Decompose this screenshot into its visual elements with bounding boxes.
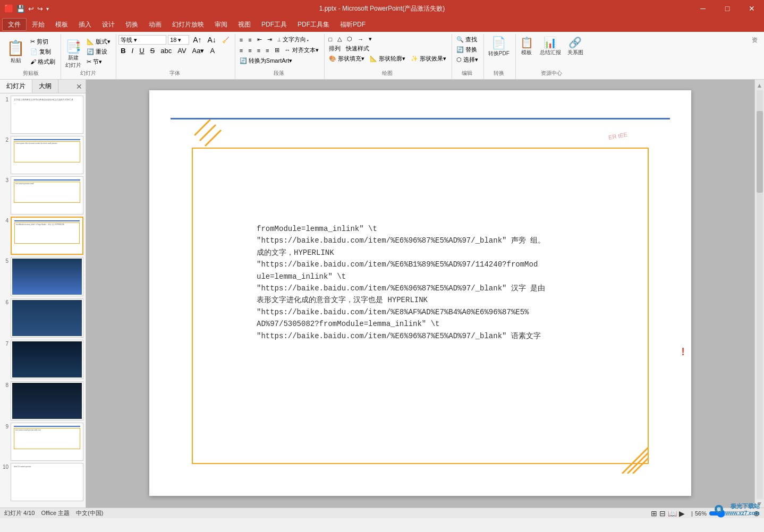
menu-design[interactable]: 设计 [97, 18, 120, 31]
copy-button[interactable]: 📄 复制 [28, 47, 57, 56]
quick-styles-button[interactable]: 快速样式 [344, 44, 371, 53]
char-spacing-button[interactable]: AV [175, 46, 188, 55]
menu-slideshow[interactable]: 幻灯片放映 [167, 18, 209, 31]
menu-transitions[interactable]: 切换 [120, 18, 143, 31]
sort-button[interactable]: 排列 [327, 44, 343, 53]
shape-triangle[interactable]: △ [335, 35, 344, 43]
align-center-button[interactable]: ≡ [246, 47, 253, 54]
minimize-button[interactable]: ─ [691, 0, 715, 17]
shape-arrow[interactable]: → [355, 35, 366, 43]
scroll-thumb[interactable] [757, 111, 763, 193]
strikethrough-button[interactable]: S [148, 46, 157, 55]
new-slide-button[interactable]: 📑 新建 幻灯片 [63, 38, 83, 66]
shape-rect[interactable]: □ [327, 35, 335, 43]
align-right-button[interactable]: ≡ [255, 47, 262, 54]
quick-redo[interactable]: ↪ [37, 5, 43, 13]
replace-button[interactable]: 🔄 替换 [454, 45, 479, 54]
slide-thumb-10[interactable]: 10 slide 10 content preview [2, 463, 83, 501]
decrease-indent-button[interactable]: ⇤ [255, 36, 264, 44]
change-case-button[interactable]: Aa▾ [190, 46, 207, 55]
menu-home[interactable]: 开始 [27, 18, 50, 31]
slide-thumb-8[interactable]: 8 [2, 381, 83, 421]
convert-smartart-button[interactable]: 🔄 转换为SmartArt▾ [237, 56, 294, 65]
decrease-font-button[interactable]: A↓ [205, 35, 218, 45]
select-button[interactable]: ⬡ 选择▾ [454, 55, 480, 64]
bullets-button[interactable]: ≡ [237, 36, 245, 44]
scroll-track[interactable] [757, 90, 763, 499]
section-button[interactable]: ✂ 节▾ [84, 57, 113, 66]
menu-foxpdf[interactable]: 福昕PDF [335, 18, 371, 31]
menu-file[interactable]: 文件 [2, 18, 27, 31]
slide-thumb-7[interactable]: 7 [2, 340, 83, 379]
shape-outline-button[interactable]: 📐 形状轮廓▾ [368, 54, 408, 63]
view-reading-icon[interactable]: 📖 [668, 509, 677, 518]
slide-alert-mark: ! [681, 346, 685, 358]
shapes-more[interactable]: ▾ [367, 35, 374, 43]
slide-text-content: fromModule=lemma_inlink" \t "https://bai… [257, 223, 584, 342]
slide-thumb-4[interactable]: 4 fromModule=lemma_inlink" \t "https://b… [2, 217, 83, 255]
slide-canvas[interactable]: fromModule=lemma_inlink" \t "https://bai… [149, 90, 691, 496]
numbering-button[interactable]: ≡ [246, 36, 253, 44]
menu-animations[interactable]: 动画 [143, 18, 167, 31]
shape-hexagon[interactable]: ⬡ [345, 35, 354, 43]
tab-slides[interactable]: 幻灯片 [0, 80, 32, 93]
font-name-select[interactable]: 等线 ▾ [118, 35, 166, 45]
tab-outline[interactable]: 大纲 [32, 80, 58, 93]
slide-thumb-5[interactable]: 5 [2, 257, 83, 296]
quick-dropdown[interactable]: ▾ [46, 6, 49, 12]
cut-button[interactable]: ✂ 剪切 [28, 37, 57, 46]
resource-right-label: 资 [748, 34, 762, 79]
scroll-up-arrow[interactable]: ▲ [757, 82, 763, 89]
quick-undo[interactable]: ↩ [28, 5, 34, 13]
format-painter-button[interactable]: 🖌 格式刷 [28, 57, 57, 66]
convert-pdf-button[interactable]: 📄 转换PDF [486, 35, 512, 63]
view-slideshow-icon[interactable]: ▶ [679, 509, 685, 518]
slide-panel-close[interactable]: ✕ [73, 80, 86, 93]
bold-button[interactable]: B [118, 46, 128, 55]
menu-view[interactable]: 视图 [233, 18, 256, 31]
align-text-button[interactable]: ↔ 对齐文本▾ [283, 46, 321, 55]
columns-button[interactable]: ⊞ [273, 46, 282, 54]
summary-report-button[interactable]: 📊 总结汇报 [538, 35, 563, 57]
font-size-select[interactable]: 18 ▾ [168, 35, 189, 45]
menu-insert[interactable]: 插入 [73, 18, 97, 31]
menu-template[interactable]: 模板 [50, 18, 73, 31]
paste-button[interactable]: 📋 粘贴 [4, 38, 27, 66]
close-button[interactable]: ✕ [740, 0, 764, 17]
underline-button[interactable]: U [137, 46, 146, 55]
relation-chart-button[interactable]: 🔗 关系图 [565, 35, 585, 57]
increase-font-button[interactable]: A↑ [191, 35, 203, 45]
slide-canvas-area: fromModule=lemma_inlink" \t "https://bai… [86, 80, 754, 508]
slide-orange-box[interactable]: fromModule=lemma_inlink" \t "https://bai… [192, 148, 649, 464]
justify-button[interactable]: ≡ [264, 47, 271, 54]
shape-effect-button[interactable]: ✨ 形状效果▾ [409, 54, 448, 63]
template-button[interactable]: 📋 模板 [518, 35, 536, 57]
clear-format-button[interactable]: 🧹 [220, 36, 232, 44]
reset-button[interactable]: 🔄 重设 [84, 47, 113, 56]
slide-thumb-9[interactable]: 9 text content small preview slide nine [2, 423, 83, 461]
align-left-button[interactable]: ≡ [237, 47, 245, 54]
shape-fill-button[interactable]: 🎨 形状填充▾ [327, 54, 367, 63]
layout-button[interactable]: 📐 版式▾ [84, 37, 113, 46]
view-normal-icon[interactable]: ⊞ [651, 509, 657, 518]
maximize-button[interactable]: □ [715, 0, 740, 17]
paragraph-label: 段落 [237, 68, 321, 78]
menu-pdftool[interactable]: PDF工具 [256, 18, 292, 31]
clipboard-label: 剪贴板 [4, 68, 57, 78]
slide-thumb-6[interactable]: 6 [2, 298, 83, 338]
view-slide-sorter-icon[interactable]: ⊟ [659, 509, 666, 518]
right-scrollbar[interactable]: ▲ ▼ [754, 80, 764, 508]
slide-thumb-3[interactable]: 3 text content preview small [2, 176, 83, 214]
find-button[interactable]: 🔍 查找 [454, 35, 479, 44]
italic-button[interactable]: I [130, 46, 136, 55]
font-color-button[interactable]: A [208, 46, 217, 55]
slide-thumb-1[interactable]: 1 文字是人类用来交义符号记录表达信息以传之久远的方式和工具 — [2, 96, 83, 134]
shadow-button[interactable]: abc [158, 46, 174, 55]
menu-review[interactable]: 审阅 [209, 18, 233, 31]
zoom-level: 56% [695, 510, 707, 517]
quick-save[interactable]: 💾 [16, 5, 25, 13]
slide-thumb-2[interactable]: 2 Lorem ipsum dolor sit amet content tex… [2, 136, 83, 174]
increase-indent-button[interactable]: ⇥ [265, 36, 274, 44]
menu-pdftoolset[interactable]: PDF工具集 [292, 18, 335, 31]
text-direction-button[interactable]: ⟂ 文字方向▾ [275, 35, 312, 44]
